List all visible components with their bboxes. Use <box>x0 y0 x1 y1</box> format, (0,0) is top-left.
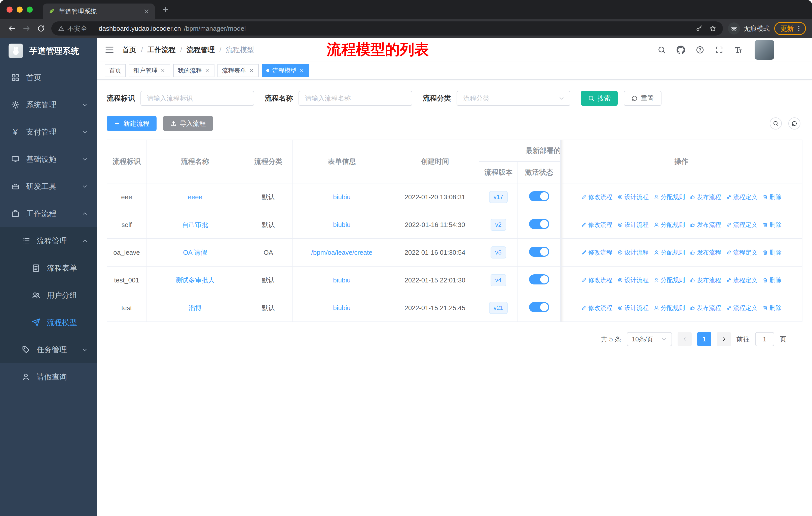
sidebar-item-process-model[interactable]: 流程模型 <box>0 309 97 336</box>
tab-close-icon[interactable] <box>143 8 150 15</box>
publish-process-link[interactable]: 发布流程 <box>690 248 721 256</box>
design-process-link[interactable]: 设计流程 <box>617 221 649 229</box>
prev-page-button[interactable] <box>677 332 692 346</box>
forward-button[interactable] <box>19 21 34 36</box>
reload-button[interactable] <box>34 21 48 36</box>
sidebar-item-workflow[interactable]: 工作流程 <box>0 200 97 227</box>
process-definition-link[interactable]: 流程定义 <box>726 221 757 229</box>
process-name-link[interactable]: 测试多审批人 <box>175 276 215 284</box>
tag-my-process[interactable]: 我的流程 <box>173 64 214 77</box>
window-close-button[interactable] <box>6 6 12 12</box>
modify-process-link[interactable]: 修改流程 <box>581 248 612 256</box>
refresh-table-button[interactable] <box>788 117 801 130</box>
design-process-link[interactable]: 设计流程 <box>617 193 649 201</box>
delete-link[interactable]: 删除 <box>762 276 782 284</box>
assign-rule-link[interactable]: 分配规则 <box>654 304 685 312</box>
update-button[interactable]: 更新 <box>774 22 806 35</box>
process-name-link[interactable]: 自己审批 <box>182 221 208 228</box>
breadcrumb-item-workflow[interactable]: 工作流程 <box>147 45 176 55</box>
breadcrumb-item-home[interactable]: 首页 <box>122 45 137 55</box>
modify-process-link[interactable]: 修改流程 <box>581 193 612 201</box>
delete-link[interactable]: 删除 <box>762 248 782 256</box>
next-page-button[interactable] <box>717 332 731 346</box>
delete-link[interactable]: 删除 <box>762 304 782 312</box>
sidebar-item-task-management[interactable]: 任务管理 <box>0 336 97 363</box>
active-toggle[interactable] <box>529 302 549 312</box>
sidebar-item-home[interactable]: 首页 <box>0 64 97 91</box>
sidebar-item-payment-management[interactable]: ¥ 支付管理 <box>0 118 97 146</box>
process-name-link[interactable]: 滔博 <box>188 304 202 312</box>
create-process-button[interactable]: 新建流程 <box>107 116 156 131</box>
window-minimize-button[interactable] <box>17 6 23 12</box>
modify-process-link[interactable]: 修改流程 <box>581 304 612 312</box>
breadcrumb-item-process-management[interactable]: 流程管理 <box>187 45 215 55</box>
active-toggle[interactable] <box>529 219 549 229</box>
process-definition-link[interactable]: 流程定义 <box>726 248 757 256</box>
delete-link[interactable]: 删除 <box>762 221 782 229</box>
sidebar-item-process-form[interactable]: 流程表单 <box>0 254 97 282</box>
process-definition-link[interactable]: 流程定义 <box>726 193 757 201</box>
modify-process-link[interactable]: 修改流程 <box>581 276 612 284</box>
browser-tab[interactable]: 芋道管理系统 <box>43 3 155 19</box>
github-icon[interactable] <box>676 46 685 54</box>
close-icon[interactable] <box>204 68 210 73</box>
toggle-search-button[interactable] <box>770 117 782 130</box>
search-icon[interactable] <box>658 46 666 54</box>
sidebar-item-process-management[interactable]: 流程管理 <box>0 227 97 254</box>
active-toggle[interactable] <box>529 191 549 201</box>
assign-rule-link[interactable]: 分配规则 <box>654 221 685 229</box>
modify-process-link[interactable]: 修改流程 <box>581 221 612 229</box>
publish-process-link[interactable]: 发布流程 <box>690 304 721 312</box>
window-zoom-button[interactable] <box>27 6 33 12</box>
design-process-link[interactable]: 设计流程 <box>617 248 649 256</box>
sidebar-item-user-group[interactable]: 用户分组 <box>0 282 97 309</box>
back-button[interactable] <box>4 21 19 36</box>
close-icon[interactable] <box>299 68 304 73</box>
goto-page-input[interactable] <box>755 332 774 346</box>
active-toggle[interactable] <box>529 247 549 257</box>
current-page-button[interactable]: 1 <box>697 332 711 346</box>
page-size-select[interactable]: 10条/页 <box>627 332 672 346</box>
sidebar-item-infrastructure[interactable]: 基础设施 <box>0 146 97 173</box>
question-icon[interactable] <box>696 46 704 54</box>
tag-process-model[interactable]: 流程模型 <box>262 64 309 77</box>
active-toggle[interactable] <box>529 274 549 284</box>
sidebar-item-system-management[interactable]: 系统管理 <box>0 91 97 118</box>
address-bar[interactable]: 不安全 dashboard.yudao.iocoder.cn/bpm/manag… <box>51 21 723 35</box>
form-info-link[interactable]: biubiu <box>333 304 350 312</box>
hamburger-icon[interactable] <box>105 45 114 55</box>
close-icon[interactable] <box>160 68 166 73</box>
form-info-link[interactable]: biubiu <box>333 193 350 201</box>
bookmark-star-icon[interactable] <box>709 25 716 32</box>
sidebar-item-dev-tools[interactable]: 研发工具 <box>0 173 97 200</box>
form-info-link[interactable]: biubiu <box>333 276 350 284</box>
sidebar-logo[interactable]: 芋道管理系统 <box>0 38 97 64</box>
delete-link[interactable]: 删除 <box>762 193 782 201</box>
import-process-button[interactable]: 导入流程 <box>163 116 213 131</box>
design-process-link[interactable]: 设计流程 <box>617 276 649 284</box>
process-definition-link[interactable]: 流程定义 <box>726 276 757 284</box>
assign-rule-link[interactable]: 分配规则 <box>654 276 685 284</box>
font-size-icon[interactable] <box>734 46 743 54</box>
new-tab-button[interactable] <box>158 2 172 17</box>
process-definition-link[interactable]: 流程定义 <box>726 304 757 312</box>
process-id-input[interactable] <box>141 91 254 106</box>
process-name-link[interactable]: eeee <box>188 193 202 201</box>
publish-process-link[interactable]: 发布流程 <box>690 193 721 201</box>
assign-rule-link[interactable]: 分配规则 <box>654 193 685 201</box>
form-info-link[interactable]: /bpm/oa/leave/create <box>311 249 373 256</box>
tag-home[interactable]: 首页 <box>105 64 126 77</box>
reset-button[interactable]: 重置 <box>624 91 662 106</box>
user-avatar[interactable] <box>755 40 774 60</box>
category-select[interactable]: 流程分类 <box>457 91 570 106</box>
publish-process-link[interactable]: 发布流程 <box>690 276 721 284</box>
close-icon[interactable] <box>249 68 254 73</box>
fullscreen-icon[interactable] <box>715 46 723 54</box>
browser-menu-dots-icon[interactable] <box>795 25 802 32</box>
process-name-input[interactable] <box>298 91 412 106</box>
assign-rule-link[interactable]: 分配规则 <box>654 248 685 256</box>
process-name-link[interactable]: OA 请假 <box>183 249 207 256</box>
tag-tenant-management[interactable]: 租户管理 <box>129 64 170 77</box>
design-process-link[interactable]: 设计流程 <box>617 304 649 312</box>
form-info-link[interactable]: biubiu <box>333 221 350 228</box>
